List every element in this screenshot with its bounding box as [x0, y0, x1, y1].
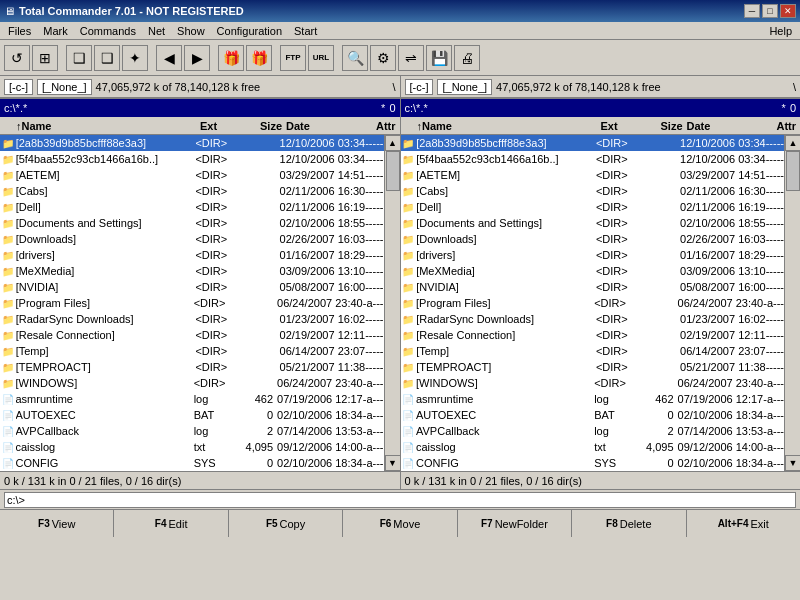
toolbar-grid[interactable]: ⊞ [32, 45, 58, 71]
menu-help[interactable]: Help [763, 22, 798, 39]
list-item[interactable]: 📁[5f4baa552c93cb1466a16b..]<DIR>12/10/20… [401, 151, 785, 167]
menu-mark[interactable]: Mark [37, 22, 73, 39]
list-item[interactable]: 📁[2a8b39d9b85bcfff88e3a3]<DIR>12/10/2006… [401, 135, 785, 151]
left-drive-button[interactable]: [-c-] [4, 79, 33, 95]
list-item[interactable]: 📄CONFIGSYS002/10/2006 18:34-a--- [0, 455, 384, 471]
left-col-date[interactable]: Date [286, 120, 376, 132]
right-col-date[interactable]: Date [687, 120, 777, 132]
list-item[interactable]: 📁[WINDOWS]<DIR>06/24/2007 23:40-a--- [401, 375, 785, 391]
right-drive-button[interactable]: [-c-] [405, 79, 434, 95]
list-item[interactable]: 📄AUTOEXECBAT002/10/2006 18:34-a--- [401, 407, 785, 423]
list-item[interactable]: 📁[MeXMedia]<DIR>03/09/2006 13:10----- [401, 263, 785, 279]
left-scrollbar[interactable]: ▲ ▼ [384, 135, 400, 471]
list-item[interactable]: 📁[Downloads]<DIR>02/26/2007 16:03----- [0, 231, 384, 247]
toolbar-gift1[interactable]: 🎁 [218, 45, 244, 71]
right-col-name[interactable]: ↑Name [401, 120, 601, 132]
toolbar-sync[interactable]: ⇌ [398, 45, 424, 71]
list-item[interactable]: 📁[drivers]<DIR>01/16/2007 18:29----- [401, 247, 785, 263]
list-item[interactable]: 📁[Resale Connection]<DIR>02/19/2007 12:1… [401, 327, 785, 343]
list-item[interactable]: 📁[2a8b39d9b85bcfff88e3a3]<DIR>12/10/2006… [0, 135, 384, 151]
list-item[interactable]: 📁[Dell]<DIR>02/11/2006 16:19----- [0, 199, 384, 215]
bottom-path-input[interactable] [4, 492, 796, 508]
list-item[interactable]: 📁[AETEM]<DIR>03/29/2007 14:51----- [401, 167, 785, 183]
right-scroll-up[interactable]: ▲ [785, 135, 800, 151]
toolbar-gift2[interactable]: 🎁 [246, 45, 272, 71]
list-item[interactable]: 📁[RadarSync Downloads]<DIR>01/23/2007 16… [0, 311, 384, 327]
list-item[interactable]: 📁[AETEM]<DIR>03/29/2007 14:51----- [0, 167, 384, 183]
list-item[interactable]: 📄asmruntimelog46207/19/2006 12:17-a--- [401, 391, 785, 407]
list-item[interactable]: 📄caisslogtxt4,09509/12/2006 14:00-a--- [401, 439, 785, 455]
left-col-attr[interactable]: Attr [376, 120, 400, 132]
list-item[interactable]: 📄AVPCallbacklog207/14/2006 13:53-a--- [0, 423, 384, 439]
right-scrollbar[interactable]: ▲ ▼ [784, 135, 800, 471]
left-scroll-track[interactable] [385, 151, 400, 455]
list-item[interactable]: 📁[Resale Connection]<DIR>02/19/2007 12:1… [0, 327, 384, 343]
toolbar-star[interactable]: ✦ [122, 45, 148, 71]
left-star2[interactable]: 0 [389, 102, 395, 114]
left-volume-button[interactable]: [_None_] [37, 79, 92, 95]
list-item[interactable]: 📄asmruntimelog46207/19/2006 12:17-a--- [0, 391, 384, 407]
list-item[interactable]: 📄caisslogtxt4,09509/12/2006 14:00-a--- [0, 439, 384, 455]
toolbar-back[interactable]: ◀ [156, 45, 182, 71]
menu-configuration[interactable]: Configuration [211, 22, 288, 39]
list-item[interactable]: 📁[Temp]<DIR>06/14/2007 23:07----- [0, 343, 384, 359]
list-item[interactable]: 📁[TEMPROACT]<DIR>05/21/2007 11:38----- [0, 359, 384, 375]
fkey-move[interactable]: F6 Move [343, 510, 457, 537]
left-star-button[interactable]: * [381, 102, 385, 114]
fkey-delete[interactable]: F8 Delete [572, 510, 686, 537]
list-item[interactable]: 📁[WINDOWS]<DIR>06/24/2007 23:40-a--- [0, 375, 384, 391]
fkey-edit[interactable]: F4 Edit [114, 510, 228, 537]
list-item[interactable]: 📁[Cabs]<DIR>02/11/2006 16:30----- [0, 183, 384, 199]
toolbar-copy2[interactable]: ❑ [94, 45, 120, 71]
left-scroll-down[interactable]: ▼ [385, 455, 400, 471]
left-col-ext[interactable]: Ext [200, 120, 236, 132]
left-col-name[interactable]: ↑Name [0, 120, 200, 132]
maximize-button[interactable]: □ [762, 4, 778, 18]
menu-show[interactable]: Show [171, 22, 211, 39]
right-star-button[interactable]: * [782, 102, 786, 114]
right-col-ext[interactable]: Ext [601, 120, 637, 132]
list-item[interactable]: 📁[NVIDIA]<DIR>05/08/2007 16:00----- [0, 279, 384, 295]
list-item[interactable]: 📁[MeXMedia]<DIR>03/09/2006 13:10----- [0, 263, 384, 279]
list-item[interactable]: 📁[Program Files]<DIR>06/24/2007 23:40-a-… [0, 295, 384, 311]
list-item[interactable]: 📁[Dell]<DIR>02/11/2006 16:19----- [401, 199, 785, 215]
right-volume-button[interactable]: [_None_] [437, 79, 492, 95]
toolbar-url[interactable]: URL [308, 45, 334, 71]
list-item[interactable]: 📁[NVIDIA]<DIR>05/08/2007 16:00----- [401, 279, 785, 295]
fkey-copy[interactable]: F5 Copy [229, 510, 343, 537]
fkey-view[interactable]: F3 View [0, 510, 114, 537]
list-item[interactable]: 📁[Program Files]<DIR>06/24/2007 23:40-a-… [401, 295, 785, 311]
right-star2[interactable]: 0 [790, 102, 796, 114]
fkey-newfolder[interactable]: F7 NewFolder [458, 510, 572, 537]
list-item[interactable]: 📁[TEMPROACT]<DIR>05/21/2007 11:38----- [401, 359, 785, 375]
list-item[interactable]: 📁[Downloads]<DIR>02/26/2007 16:03----- [401, 231, 785, 247]
toolbar-search[interactable]: 🔍 [342, 45, 368, 71]
toolbar-print[interactable]: 🖨 [454, 45, 480, 71]
list-item[interactable]: 📁[5f4baa552c93cb1466a16b..]<DIR>12/10/20… [0, 151, 384, 167]
toolbar-forward[interactable]: ▶ [184, 45, 210, 71]
list-item[interactable]: 📄AVPCallbacklog207/14/2006 13:53-a--- [401, 423, 785, 439]
right-col-size[interactable]: Size [637, 120, 687, 132]
list-item[interactable]: 📄AUTOEXECBAT002/10/2006 18:34-a--- [0, 407, 384, 423]
list-item[interactable]: 📁[Cabs]<DIR>02/11/2006 16:30----- [401, 183, 785, 199]
right-scroll-thumb[interactable] [786, 151, 800, 191]
toolbar-copy1[interactable]: ❑ [66, 45, 92, 71]
right-scroll-down[interactable]: ▼ [785, 455, 800, 471]
list-item[interactable]: 📄CONFIGSYS002/10/2006 18:34-a--- [401, 455, 785, 471]
minimize-button[interactable]: ─ [744, 4, 760, 18]
right-scroll-track[interactable] [785, 151, 800, 455]
left-scroll-up[interactable]: ▲ [385, 135, 400, 151]
menu-net[interactable]: Net [142, 22, 171, 39]
close-button[interactable]: ✕ [780, 4, 796, 18]
list-item[interactable]: 📁[Documents and Settings]<DIR>02/10/2006… [0, 215, 384, 231]
list-item[interactable]: 📁[drivers]<DIR>01/16/2007 18:29----- [0, 247, 384, 263]
menu-files[interactable]: Files [2, 22, 37, 39]
fkey-exit[interactable]: Alt+F4 Exit [687, 510, 800, 537]
list-item[interactable]: 📁[Temp]<DIR>06/14/2007 23:07----- [401, 343, 785, 359]
list-item[interactable]: 📁[RadarSync Downloads]<DIR>01/23/2007 16… [401, 311, 785, 327]
left-col-size[interactable]: Size [236, 120, 286, 132]
toolbar-settings[interactable]: ⚙ [370, 45, 396, 71]
toolbar-ftp[interactable]: FTP [280, 45, 306, 71]
menu-commands[interactable]: Commands [74, 22, 142, 39]
menu-start[interactable]: Start [288, 22, 323, 39]
